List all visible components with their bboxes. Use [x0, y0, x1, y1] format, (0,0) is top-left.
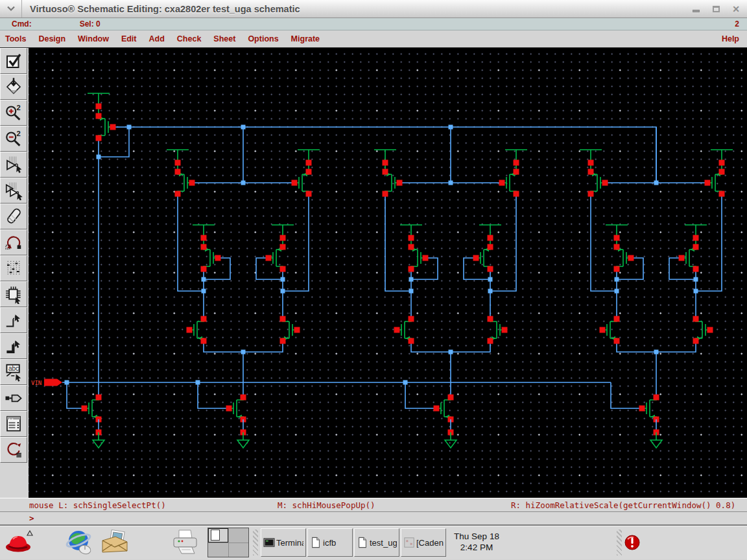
workspace-window-thumb	[211, 530, 220, 541]
toolbar-button-save[interactable]	[0, 74, 27, 100]
toolbar-button-repeat[interactable]	[0, 437, 27, 463]
maximize-icon	[713, 6, 720, 12]
clock-applet[interactable]: Thu Sep 18 2:42 PM	[449, 531, 504, 554]
menu-item-options[interactable]: Options	[248, 34, 278, 43]
menu-items: ToolsDesignWindowEditAddCheckSheetOption…	[5, 34, 332, 43]
toolbar-button-stretch[interactable]	[0, 152, 27, 178]
toolbar-button-wire-label[interactable]: abc	[0, 359, 27, 385]
mouse-binding-middle: M: schHiMousePopUp()	[278, 500, 511, 510]
pin-icon	[4, 388, 23, 408]
menu-item-design[interactable]: Design	[38, 34, 65, 43]
menu-item-edit[interactable]: Edit	[121, 34, 137, 43]
email-launcher[interactable]	[100, 528, 130, 557]
command-prompt-line[interactable]: >	[0, 512, 747, 525]
undo-icon	[4, 233, 23, 252]
cmd-options-icon	[4, 414, 23, 434]
document-icon	[310, 537, 322, 548]
close-icon: ✕	[732, 4, 740, 14]
prompt-text: >	[29, 513, 34, 523]
diff-cell-3[interactable]	[580, 127, 733, 448]
zoom-out-2x-icon: 2	[4, 129, 23, 148]
panel-drag-handle[interactable]	[253, 530, 258, 555]
vdd-rail-net[interactable]	[129, 125, 656, 183]
toolbar-button-wide-wire[interactable]	[0, 333, 27, 359]
window-number: 2	[735, 19, 739, 29]
minimize-icon	[693, 10, 700, 12]
taskbar-window-label: Terminal	[276, 538, 303, 548]
delete-icon	[4, 207, 23, 226]
toolbar-button-property[interactable]	[0, 255, 27, 281]
mouse-bindings-bar: mouse L: schSingleSelectPt() M: schHiMou…	[0, 498, 747, 512]
toolbar-button-wire[interactable]	[0, 307, 27, 333]
taskbar-window-cadenc[interactable]: [Cadenc	[401, 528, 446, 557]
instance-icon	[4, 285, 23, 304]
command-status-bar: Cmd: Sel: 0 2	[0, 18, 747, 30]
terminal-icon	[263, 537, 275, 548]
close-button[interactable]: ✕	[731, 5, 741, 14]
toolbar-button-zoom-out-2x[interactable]: 2	[0, 126, 27, 152]
toolbar-button-pin[interactable]	[0, 385, 27, 411]
zoom-in-2x-icon: 2	[4, 103, 23, 122]
clock-time: 2:42 PM	[449, 542, 504, 554]
bias-branch[interactable]	[65, 93, 132, 448]
left-toolbar: 22abc	[0, 48, 29, 498]
schematic-svg[interactable]: VIN	[29, 48, 747, 498]
taskbar-window-testuga[interactable]: test_uga	[354, 528, 399, 557]
save-icon	[4, 77, 23, 97]
menu-item-help[interactable]: Help	[722, 34, 739, 43]
main-menu-button[interactable]	[3, 527, 36, 558]
minimize-button[interactable]	[691, 5, 700, 14]
virtuoso-window: Virtuoso® Schematic Editing: cxa2802er t…	[0, 0, 747, 560]
title-bar: Virtuoso® Schematic Editing: cxa2802er t…	[0, 0, 747, 18]
vin-port[interactable]	[44, 379, 62, 386]
window-menu-button[interactable]	[0, 0, 22, 18]
stretch-icon	[4, 155, 23, 174]
redhat-icon	[4, 529, 35, 556]
toolbar-button-copy[interactable]	[0, 178, 27, 204]
wire-label-icon: abc	[4, 362, 23, 382]
alert-notification-button[interactable]	[623, 533, 641, 552]
taskbar-window-label: test_uga	[370, 538, 397, 548]
printer-icon	[171, 528, 199, 557]
document-icon	[357, 537, 368, 548]
workspace-switcher[interactable]	[208, 528, 249, 557]
menu-item-add[interactable]: Add	[149, 34, 165, 43]
workspace-1[interactable]	[208, 528, 228, 542]
diff-cell-1[interactable]	[167, 127, 320, 448]
wire-icon	[4, 310, 23, 330]
taskbar-window-icfb[interactable]: icfb	[307, 528, 353, 557]
workspace-3[interactable]	[208, 543, 228, 557]
property-icon	[4, 259, 23, 278]
copy-icon	[4, 181, 23, 200]
maximize-button[interactable]	[711, 5, 720, 14]
toolbar-button-cmd-options[interactable]	[0, 411, 27, 437]
main-area: 22abc VIN	[0, 48, 747, 498]
toolbar-button-check-and-save[interactable]	[0, 48, 27, 74]
menu-item-window[interactable]: Window	[78, 34, 109, 43]
svg-text:2: 2	[16, 130, 20, 137]
check-and-save-icon	[4, 51, 23, 71]
toolbar-button-delete[interactable]	[0, 204, 27, 229]
toolbar-button-undo[interactable]	[0, 229, 27, 255]
menu-item-migrate[interactable]: Migrate	[291, 34, 320, 43]
web-browser-launcher[interactable]	[65, 528, 95, 557]
toolbar-button-instance[interactable]	[0, 281, 27, 307]
taskbar-window-label: icfb	[323, 538, 336, 548]
desktop-taskbar: Terminalicfbtest_uga[Cadenc Thu Sep 18 2…	[0, 525, 747, 559]
diff-cell-2[interactable]	[374, 127, 527, 448]
toolbar-button-zoom-in-2x[interactable]: 2	[0, 100, 27, 126]
repeat-icon	[4, 440, 23, 460]
web-browser-icon	[65, 528, 94, 557]
printer-launcher[interactable]	[170, 528, 200, 557]
menu-item-sheet[interactable]: Sheet	[213, 34, 235, 43]
vin-label: VIN	[31, 380, 42, 386]
workspace-4[interactable]	[229, 543, 249, 557]
schematic-canvas[interactable]: VIN	[29, 48, 747, 498]
menu-item-tools[interactable]: Tools	[5, 34, 26, 43]
menu-item-check[interactable]: Check	[177, 34, 202, 43]
taskbar-window-terminal[interactable]: Terminal	[261, 528, 306, 557]
menu-bar: ToolsDesignWindowEditAddCheckSheetOption…	[0, 30, 747, 48]
panel-drag-handle-2[interactable]	[617, 530, 622, 555]
workspace-2[interactable]	[229, 528, 249, 542]
vin-net[interactable]: VIN	[31, 379, 611, 386]
